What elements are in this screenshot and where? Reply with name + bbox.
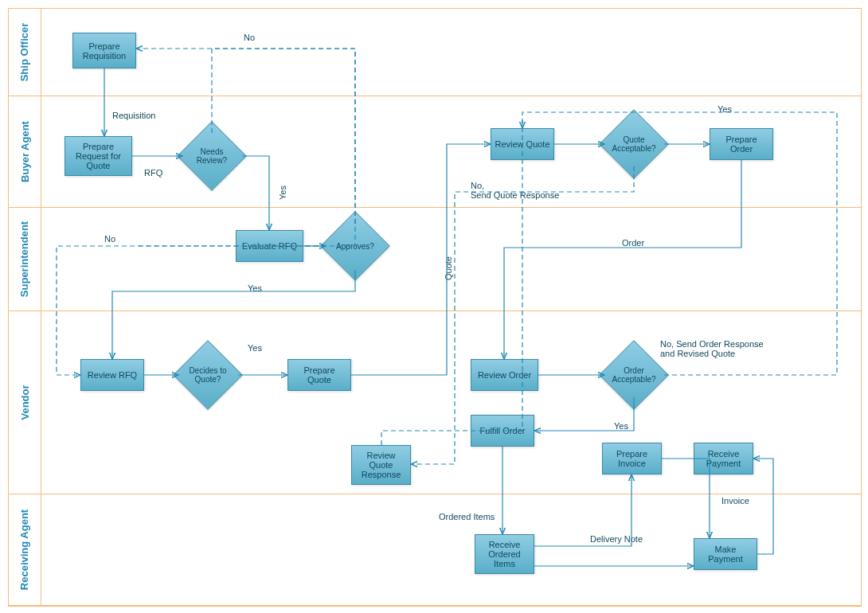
box-evaluate-rfq: Evaluate RFQ [236, 230, 303, 262]
box-prepare-rfq: Prepare Request for Quote [65, 136, 132, 176]
swimlane-diagram: Ship Officer Buyer Agent Superintendent … [8, 8, 862, 607]
lane-label-superintendent: Superintendent [9, 208, 41, 310]
box-review-rfq: Review RFQ [80, 359, 144, 391]
label-ordered-items: Ordered Items [439, 512, 495, 521]
box-review-quote: Review Quote [491, 128, 554, 160]
label-yes4: Yes [717, 104, 732, 114]
label-invoice: Invoice [721, 496, 749, 506]
box-review-order: Review Order [471, 359, 538, 391]
box-fulfill-order: Fulfill Order [471, 415, 534, 447]
box-prepare-invoice: Prepare Invoice [602, 443, 662, 474]
box-make-payment: Make Payment [694, 538, 757, 570]
decision-needs-review: Needs Review? [180, 132, 244, 180]
box-prepare-quote: Prepare Quote [287, 359, 351, 391]
label-no1: No [244, 33, 255, 42]
box-review-quote-response: Review Quote Response [351, 445, 411, 485]
box-receive-ordered-items: Receive Ordered Items [475, 534, 534, 574]
decision-quote-acceptable: Quote Acceptable? [602, 120, 666, 168]
box-prepare-requisition: Prepare Requisition [72, 33, 136, 68]
label-requisition: Requisition [112, 111, 155, 120]
lane-label-vendor: Vendor [9, 311, 41, 494]
decision-decides-to-quote: Decides to Quote? [176, 351, 240, 399]
lane-superintendent: Superintendent [9, 208, 861, 311]
box-receive-payment: Receive Payment [694, 443, 753, 474]
label-no-send-order: No, Send Order Response and Revised Quot… [660, 339, 780, 358]
label-no2: No [104, 234, 115, 244]
box-prepare-order: Prepare Order [710, 128, 773, 160]
lane-label-ship-officer: Ship Officer [9, 9, 41, 96]
label-order: Order [622, 238, 644, 248]
label-rfq: RFQ [144, 168, 162, 178]
label-yes1: Yes [278, 185, 287, 200]
lane-label-receiving-agent: Receiving Agent [9, 494, 41, 605]
lane-ship-officer: Ship Officer [9, 9, 861, 96]
decision-approves: Approves? [323, 222, 387, 270]
label-quote: Quote [444, 256, 453, 280]
label-yes3: Yes [248, 343, 262, 353]
label-delivery-note: Delivery Note [590, 534, 643, 544]
label-no-send-quote: No, Send Quote Response [471, 181, 559, 200]
lane-label-buyer-agent: Buyer Agent [9, 96, 41, 207]
label-yes2: Yes [248, 283, 262, 293]
label-yes5: Yes [614, 421, 628, 431]
decision-order-acceptable: Order Acceptable? [602, 351, 666, 399]
